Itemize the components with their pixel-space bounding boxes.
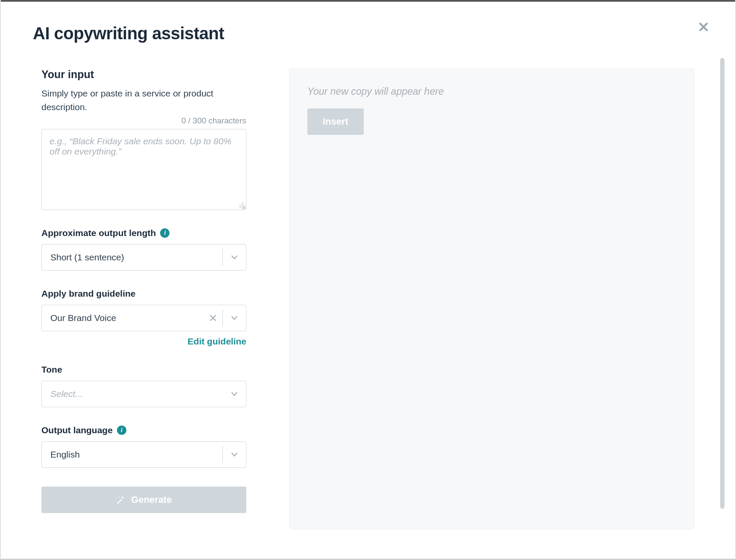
output-length-label: Approximate output length — [41, 228, 156, 238]
output-length-value: Short (1 sentence) — [42, 245, 222, 270]
input-description: Simply type or paste in a service or pro… — [41, 87, 246, 114]
chevron-down-icon[interactable] — [223, 245, 246, 270]
brand-guideline-value: Our Brand Voice — [42, 305, 204, 331]
info-icon[interactable]: i — [160, 228, 169, 238]
insert-button-label: Insert — [323, 116, 348, 127]
output-placeholder-text: Your new copy will appear here — [307, 86, 676, 97]
chevron-down-icon[interactable] — [223, 381, 246, 407]
chevron-down-icon[interactable] — [223, 442, 246, 467]
generate-button[interactable]: Generate — [41, 487, 246, 513]
brand-guideline-select[interactable]: Our Brand Voice — [41, 305, 246, 331]
info-icon[interactable]: i — [117, 426, 126, 435]
character-counter: 0 / 300 characters — [41, 116, 246, 125]
clear-brand-guideline-button[interactable] — [204, 305, 222, 331]
edit-guideline-link[interactable]: Edit guideline — [187, 336, 246, 346]
input-heading: Your input — [41, 68, 246, 81]
input-column: Your input Simply type or paste in a ser… — [41, 68, 246, 541]
x-icon — [209, 314, 217, 322]
output-language-value: English — [42, 442, 222, 467]
chevron-down-icon[interactable] — [223, 305, 246, 331]
modal: AI copywriting assistant Your input Simp… — [1, 2, 735, 558]
scrollbar[interactable] — [720, 58, 724, 509]
window-left-border — [0, 0, 1, 560]
close-button[interactable] — [696, 20, 711, 34]
description-input[interactable]: e.g., “Black Friday sale ends soon. Up t… — [41, 129, 246, 210]
svg-point-0 — [119, 496, 120, 497]
output-language-select[interactable]: English — [41, 441, 246, 468]
tone-select[interactable]: Select... — [41, 381, 246, 407]
insert-button[interactable]: Insert — [307, 108, 364, 135]
brand-guideline-label: Apply brand guideline — [41, 289, 136, 299]
output-panel: Your new copy will appear here Insert — [289, 68, 695, 529]
magic-wand-icon — [116, 495, 125, 505]
output-language-label: Output language — [41, 425, 113, 435]
generate-button-label: Generate — [131, 494, 172, 505]
modal-title: AI copywriting assistant — [33, 24, 224, 43]
tone-label: Tone — [41, 365, 62, 375]
output-length-select[interactable]: Short (1 sentence) — [41, 244, 246, 271]
close-icon — [698, 22, 709, 32]
tone-placeholder: Select... — [42, 381, 223, 407]
